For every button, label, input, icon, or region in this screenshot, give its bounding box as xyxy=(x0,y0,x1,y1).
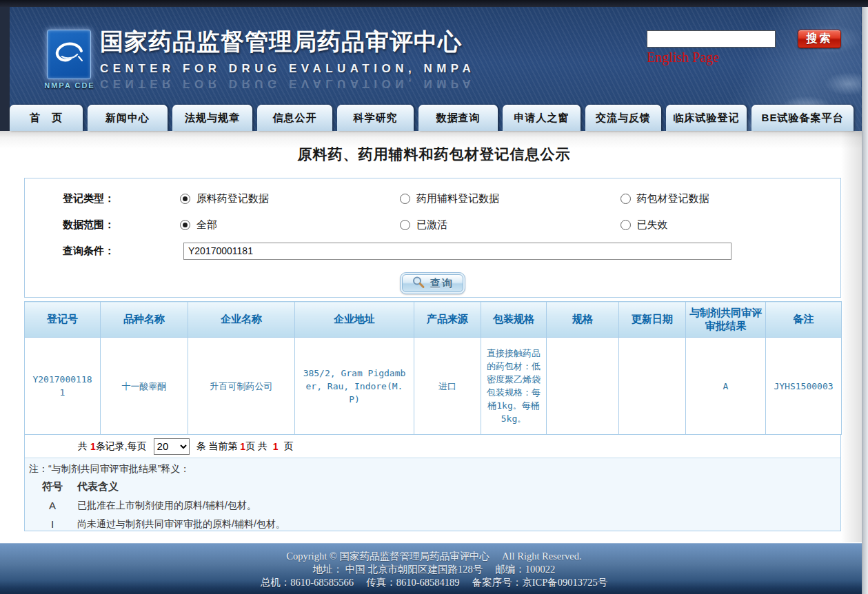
note-meaning: 尚未通过与制剂共同审评审批的原料/辅料/包材。 xyxy=(77,518,285,531)
footer-contact: 总机：8610-68585566 传真：8610-68584189 备案序号：京… xyxy=(0,576,868,589)
col-product-source: 产品来源 xyxy=(414,302,481,338)
cell-company-name: 升百可制药公司 xyxy=(188,338,295,435)
col-company-address: 企业地址 xyxy=(295,302,414,338)
pagination-text: 页 共 xyxy=(245,440,273,453)
english-page-link[interactable]: English Page xyxy=(647,50,719,65)
total-pages: 1 xyxy=(273,441,279,452)
data-scope-row: 数据范围： 全部 已激活 已失效 xyxy=(25,212,840,238)
nmpa-cde-logo xyxy=(47,30,91,79)
data-scope-label: 数据范围： xyxy=(63,218,139,232)
col-registration-no: 登记号 xyxy=(25,302,101,338)
col-packaging-spec: 包装规格 xyxy=(481,302,547,338)
cell-spec xyxy=(547,338,619,435)
per-page-select[interactable]: 20 xyxy=(154,438,190,455)
cell-remarks: JYHS1500003 xyxy=(766,338,842,435)
main-content: 登记类型： 原料药登记数据 药用辅料登记数据 药包材登记数据 数据范围： 全部 xyxy=(24,178,841,531)
cell-company-address: 385/2, Gram Pigdamber, Rau, Indore(M.P) xyxy=(295,338,414,435)
note-meaning: 已批准在上市制剂使用的原料/辅料/包材。 xyxy=(77,500,256,512)
radio-excipient-data[interactable] xyxy=(400,194,410,204)
nav-tab-news[interactable]: 新闻中心 xyxy=(88,105,168,131)
option-label: 已激活 xyxy=(416,218,447,232)
magnifier-icon xyxy=(412,276,425,291)
pagination-text: 页 xyxy=(279,440,294,453)
col-update-date: 更新日期 xyxy=(619,302,686,338)
option-label: 已失效 xyxy=(637,218,668,232)
query-condition-row: 查询条件： xyxy=(25,238,840,264)
note-row-a: A 已批准在上市制剂使用的原料/辅料/包材。 xyxy=(28,500,840,512)
note-symbol: I xyxy=(37,518,68,531)
pagination-text: 共 xyxy=(78,440,90,453)
option-label: 全部 xyxy=(196,218,217,232)
radio-api-data[interactable] xyxy=(180,194,190,204)
results-table: 登记号 品种名称 企业名称 企业地址 产品来源 包装规格 规格 更新日期 与制剂… xyxy=(24,301,842,435)
header-search-area: 搜索 English Page xyxy=(647,30,860,65)
nav-tab-feedback[interactable]: 交流与反馈 xyxy=(585,105,661,131)
site-footer: Copyright © 国家药品监督管理局药品审评中心 All Right Re… xyxy=(0,543,868,594)
col-variety-name: 品种名称 xyxy=(101,302,188,338)
query-condition-label: 查询条件： xyxy=(63,245,142,258)
registration-type-label: 登记类型： xyxy=(63,192,139,205)
cell-update-date xyxy=(619,338,686,435)
site-title-chinese: 国家药品监督管理局药品审评中心 xyxy=(100,26,475,58)
option-packaging-data: 药包材登记数据 xyxy=(620,192,840,205)
meaning-column-header: 代表含义 xyxy=(77,480,119,493)
col-remarks: 备注 xyxy=(766,302,842,338)
nav-tab-be-platform[interactable]: BE试验备案平台 xyxy=(751,105,854,131)
site-header: NMPA CDE 国家药品监督管理局药品审评中心 CENTER FOR DRUG… xyxy=(0,7,868,131)
radio-all[interactable] xyxy=(180,220,190,230)
symbol-column-header: 符号 xyxy=(37,480,68,493)
nav-tab-applicant-window[interactable]: 申请人之窗 xyxy=(503,105,581,131)
pagination-text: 条 当前第 xyxy=(196,440,241,453)
table-header-row: 登记号 品种名称 企业名称 企业地址 产品来源 包装规格 规格 更新日期 与制剂… xyxy=(25,302,842,338)
cell-registration-no: Y20170001181 xyxy=(25,338,101,435)
option-activated: 已激活 xyxy=(400,218,620,232)
logo-swirl-icon xyxy=(51,36,87,73)
header-search-button[interactable]: 搜索 xyxy=(798,30,841,48)
radio-packaging-data[interactable] xyxy=(620,194,631,204)
radio-expired[interactable] xyxy=(620,220,631,230)
option-excipient-data: 药用辅料登记数据 xyxy=(400,192,620,205)
total-records: 1 xyxy=(90,441,96,452)
table-row: Y20170001181 十一酸睾酮 升百可制药公司 385/2, Gram P… xyxy=(25,338,842,435)
cell-product-source: 进口 xyxy=(414,338,481,435)
notes-title: 注：“与制剂共同审评审批结果”释义： xyxy=(29,463,840,475)
site-title-english: CENTER FOR DRUG EVALUATION, NMPA xyxy=(100,62,475,76)
window-top-bar xyxy=(0,0,868,7)
query-condition-input[interactable] xyxy=(183,243,731,260)
site-title-block: 国家药品监督管理局药品审评中心 CENTER FOR DRUG EVALUATI… xyxy=(100,26,475,90)
nav-tab-regulations[interactable]: 法规与规章 xyxy=(172,105,252,131)
nav-tab-info-disclosure[interactable]: 信息公开 xyxy=(257,105,332,131)
radio-activated[interactable] xyxy=(400,220,410,230)
nav-tab-home[interactable]: 首 页 xyxy=(10,105,83,131)
query-button-label: 查询 xyxy=(430,277,454,290)
nav-tab-clinical-trial[interactable]: 临床试验登记 xyxy=(666,105,747,131)
col-joint-review-result: 与制剂共同审评审批结果 xyxy=(686,302,766,338)
pagination-bar: 共 1条记录,每页 20 条 当前第 1页 共 1 页 xyxy=(25,435,840,458)
cell-packaging-spec: 直接接触药品的药包材：低密度聚乙烯袋包装规格：每桶1kg。每桶5kg。 xyxy=(481,338,547,435)
site-title-reflection: CENTER FOR DRUG EVALUATION, NMPA xyxy=(100,76,475,90)
query-button[interactable]: 查询 xyxy=(400,272,465,294)
logo-caption: NMPA CDE xyxy=(40,81,99,90)
note-symbol: A xyxy=(37,500,68,512)
page-title: 原料药、药用辅料和药包材登记信息公示 xyxy=(298,146,571,163)
cell-joint-review-result: A xyxy=(686,338,766,435)
footer-gap xyxy=(0,531,868,543)
header-search-input[interactable] xyxy=(647,30,776,48)
col-spec: 规格 xyxy=(547,302,619,338)
nav-tab-data-query[interactable]: 数据查询 xyxy=(418,105,498,131)
registration-type-row: 登记类型： 原料药登记数据 药用辅料登记数据 药包材登记数据 xyxy=(25,185,840,212)
pagination-text: 条记录,每页 xyxy=(96,440,147,453)
scrollbar[interactable] xyxy=(862,7,868,594)
main-navigation: 首 页 新闻中心 法规与规章 信息公开 科学研究 数据查询 申请人之窗 交流与反… xyxy=(10,100,868,131)
note-row-i: I 尚未通过与制剂共同审评审批的原料/辅料/包材。 xyxy=(28,518,840,531)
nav-tab-research[interactable]: 科学研究 xyxy=(337,105,414,131)
option-api-data: 原料药登记数据 xyxy=(180,192,400,205)
page-title-band: 原料药、药用辅料和药包材登记信息公示 xyxy=(0,131,868,178)
query-form: 登记类型： 原料药登记数据 药用辅料登记数据 药包材登记数据 数据范围： 全部 xyxy=(24,178,841,298)
option-expired: 已失效 xyxy=(620,218,840,232)
table-footer-area: 共 1条记录,每页 20 条 当前第 1页 共 1 页 注：“与制剂共同审评审批… xyxy=(24,435,841,531)
footer-copyright: Copyright © 国家药品监督管理局药品审评中心 All Right Re… xyxy=(0,550,868,563)
header-main: NMPA CDE 国家药品监督管理局药品审评中心 CENTER FOR DRUG… xyxy=(10,7,868,100)
legend-notes: 注：“与制剂共同审评审批结果”释义： 符号 代表含义 A 已批准在上市制剂使用的… xyxy=(25,458,840,531)
option-label: 药用辅料登记数据 xyxy=(416,192,499,205)
